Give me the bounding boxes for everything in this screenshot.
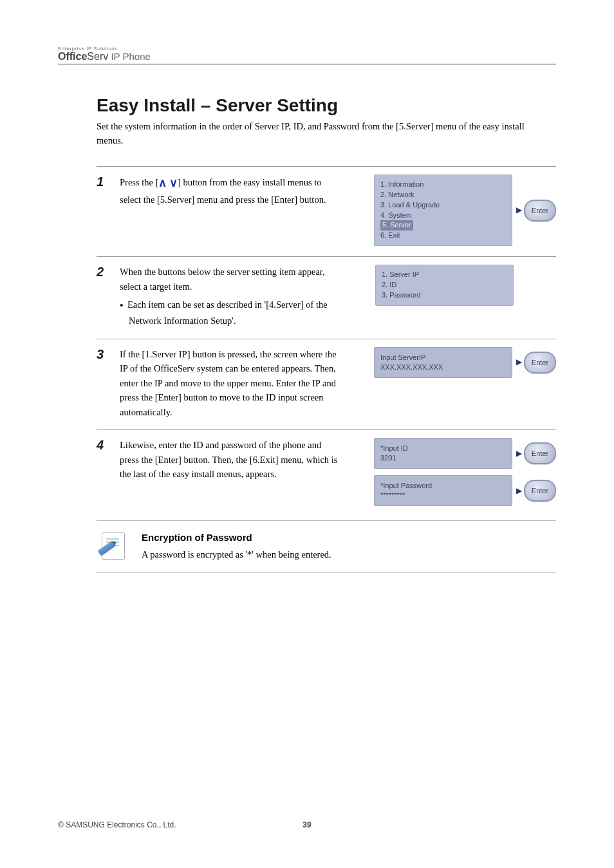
step-body: Press the [∧ ∨] button from the easy ins… xyxy=(120,175,339,207)
content: Easy Install – Server Setting Set the sy… xyxy=(97,95,556,573)
section-lead: Set the system information in the order … xyxy=(97,120,534,148)
graphic-row: *Input ID 3201 ▶ Enter xyxy=(374,438,556,469)
enter-chain: ▶ Enter xyxy=(516,352,556,373)
graphic-row: 1. Information 2. Network 3. Load & Upgr… xyxy=(374,175,556,247)
menu-item: 3. Password xyxy=(382,290,507,301)
brand-block: Enterprise IP Solutions OfficeServ IP Ph… xyxy=(58,46,556,62)
menu-item-selected: 5. Server xyxy=(380,220,506,231)
step-graphic: 1. Information 2. Network 3. Load & Upgr… xyxy=(374,175,556,247)
menu-item: 1. Information xyxy=(380,180,506,190)
step-graphic: *Input ID 3201 ▶ Enter *Input Password *… xyxy=(374,438,556,506)
menu-item: 2. ID xyxy=(382,280,507,290)
graphic-row: 1. Server IP 2. ID 3. Password xyxy=(375,265,556,306)
step: 4 Likewise, enter the ID and password of… xyxy=(97,429,556,516)
brand-bold: Office xyxy=(58,51,87,62)
steps-list: 1 Press the [∧ ∨] button from the easy i… xyxy=(97,166,556,516)
enter-chain: ▶ Enter xyxy=(516,442,556,464)
menu-item: 6. Exit xyxy=(380,231,506,241)
step-body: When the buttons below the server settin… xyxy=(120,265,339,328)
step-number: 1 xyxy=(97,175,111,189)
step-graphic: 1. Server IP 2. ID 3. Password xyxy=(375,265,556,306)
play-right-icon: ▶ xyxy=(516,357,522,367)
lcd-panel: Input ServerIP XXX.XXX.XXX.XXX xyxy=(374,347,512,378)
step-text-prefix: Press the [ xyxy=(120,177,158,187)
play-right-icon: ▶ xyxy=(516,449,522,458)
bullet-item: Each item can be set as described in '[4… xyxy=(129,297,339,328)
brand-main: OfficeServ IP Phone xyxy=(58,52,556,62)
section-heading: Easy Install – Server Setting xyxy=(97,95,556,116)
step-graphic: Input ServerIP XXX.XXX.XXX.XXX ▶ Enter xyxy=(374,347,556,378)
page-number: 39 xyxy=(58,820,556,829)
menu-item: 2. Network xyxy=(380,190,506,200)
brand-regular: Serv xyxy=(87,51,108,62)
step-number: 2 xyxy=(97,265,111,279)
step: 3 If the [1.Server IP] button is pressed… xyxy=(97,339,556,429)
menu-panel: 1. Information 2. Network 3. Load & Upgr… xyxy=(374,175,512,247)
menu-item: 1. Server IP xyxy=(382,270,507,280)
page-footer: © SAMSUNG Electronics Co., Ltd. 39 xyxy=(58,820,176,829)
step-text: When the buttons below the server settin… xyxy=(120,267,325,291)
step-number: 4 xyxy=(97,438,111,452)
nav-up-icon: ∧ xyxy=(158,175,167,193)
enter-button[interactable]: Enter xyxy=(524,352,556,373)
note-text: Encryption of Password A password is enc… xyxy=(142,530,331,562)
lcd-line: XXX.XXX.XXX.XXX xyxy=(380,363,506,372)
enter-chain: ▶ Enter xyxy=(516,200,556,222)
page: Enterprise IP Solutions OfficeServ IP Ph… xyxy=(0,0,614,868)
lcd-panel: *Input Password ********* xyxy=(374,475,512,506)
enter-button[interactable]: Enter xyxy=(524,200,556,222)
nav-down-icon: ∨ xyxy=(169,175,178,193)
enter-button[interactable]: Enter xyxy=(524,442,556,464)
header-rule xyxy=(58,64,556,64)
step-bullets: Each item can be set as described in '[4… xyxy=(120,297,339,328)
note-body: A password is encrypted as '*' when bein… xyxy=(142,549,331,560)
note-label: Encryption of Password xyxy=(142,530,331,545)
step-number: 3 xyxy=(97,347,111,361)
play-right-icon: ▶ xyxy=(516,205,522,215)
lcd-line: *Input ID xyxy=(380,444,506,453)
step-text: If the [1.Server IP] button is pressed, … xyxy=(120,349,337,417)
step-text: Likewise, enter the ID and password of t… xyxy=(120,440,337,479)
step: 2 When the buttons below the server sett… xyxy=(97,256,556,338)
note-box: Encryption of Password A password is enc… xyxy=(97,520,556,573)
step-body: If the [1.Server IP] button is pressed, … xyxy=(120,347,339,419)
lcd-line: 3201 xyxy=(380,453,506,463)
graphic-row: Input ServerIP XXX.XXX.XXX.XXX ▶ Enter xyxy=(374,347,556,378)
play-right-icon: ▶ xyxy=(516,486,522,496)
menu-panel: 1. Server IP 2. ID 3. Password xyxy=(375,265,514,306)
note-icon xyxy=(97,530,127,561)
enter-button[interactable]: Enter xyxy=(524,480,556,502)
menu-item: 3. Load & Upgrade xyxy=(380,200,506,211)
graphic-row: *Input Password ********* ▶ Enter xyxy=(374,475,556,506)
lcd-line: Input ServerIP xyxy=(380,353,506,363)
step-body: Likewise, enter the ID and password of t… xyxy=(120,438,339,481)
lcd-line: *Input Password xyxy=(380,481,506,491)
lcd-line: ********* xyxy=(380,491,506,500)
enter-chain: ▶ Enter xyxy=(516,480,556,502)
lcd-panel: *Input ID 3201 xyxy=(374,438,512,469)
step: 1 Press the [∧ ∨] button from the easy i… xyxy=(97,166,556,257)
brand-suffix: IP Phone xyxy=(108,51,151,62)
menu-item: 4. System xyxy=(380,211,506,221)
